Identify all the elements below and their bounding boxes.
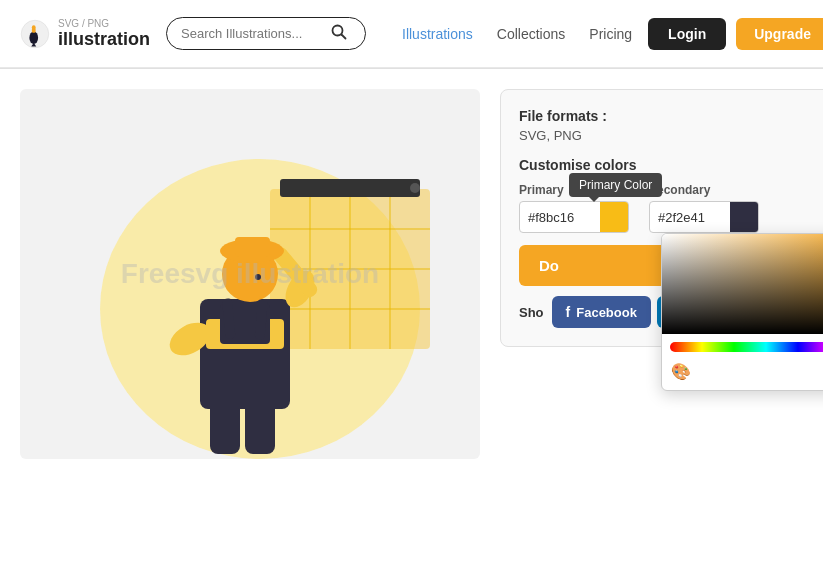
share-label: Sho — [519, 305, 544, 320]
facebook-label: Facebook — [576, 305, 637, 320]
primary-color-swatch[interactable] — [600, 202, 628, 232]
secondary-color-group: Secondary — [649, 183, 759, 233]
svg-point-26 — [255, 274, 261, 280]
nav-illustrations[interactable]: Illustrations — [402, 26, 473, 42]
file-formats-value: SVG, PNG — [519, 128, 823, 143]
login-button[interactable]: Login — [648, 18, 726, 50]
color-picker-popup[interactable]: 🎨 + — [661, 233, 823, 391]
facebook-icon: f — [566, 304, 571, 320]
right-panel: File formats : SVG, PNG Customise colors… — [500, 89, 823, 560]
svg-line-6 — [342, 35, 346, 39]
illustration-preview: Freesvg illustration — [20, 89, 480, 459]
facebook-button[interactable]: f Facebook — [552, 296, 651, 328]
logo-svg-png: SVG / PNG — [58, 18, 150, 29]
search-input[interactable] — [181, 26, 331, 41]
header: SVG / PNG illustration Illustrations Col… — [0, 0, 823, 68]
logo-icon — [20, 10, 50, 58]
customise-colors-label: Customise colors — [519, 157, 823, 173]
picker-bottom: 🎨 + — [662, 352, 823, 390]
search-icon — [331, 24, 347, 40]
svg-rect-25 — [235, 237, 270, 257]
secondary-label: Secondary — [649, 183, 759, 197]
nav-pricing[interactable]: Pricing — [589, 26, 632, 42]
primary-color-tooltip: Primary Color — [569, 173, 662, 197]
svg-point-1 — [29, 31, 38, 43]
logo-text: SVG / PNG illustration — [58, 18, 150, 50]
secondary-hex-input[interactable] — [650, 210, 730, 225]
illustration-svg — [20, 89, 480, 459]
primary-color-input-row[interactable] — [519, 201, 629, 233]
main-nav: Illustrations Collections Pricing — [402, 26, 632, 42]
primary-hex-input[interactable] — [520, 210, 600, 225]
nav-collections[interactable]: Collections — [497, 26, 565, 42]
search-bar[interactable] — [166, 17, 366, 50]
svg-point-16 — [410, 183, 420, 193]
main-content: Freesvg illustration File formats : SVG,… — [0, 69, 823, 580]
info-card: File formats : SVG, PNG Customise colors… — [500, 89, 823, 347]
header-actions: Login Upgrade — [648, 18, 823, 50]
logo-area: SVG / PNG illustration — [20, 10, 150, 58]
search-button[interactable] — [331, 24, 347, 43]
svg-point-4 — [32, 25, 36, 29]
eyedropper-button[interactable]: 🎨 — [670, 360, 692, 382]
color-row: Primary Secondary Primary Color — [519, 183, 823, 233]
secondary-color-input-row[interactable] — [649, 201, 759, 233]
picker-gradient[interactable] — [662, 234, 823, 334]
upgrade-button[interactable]: Upgrade — [736, 18, 823, 50]
file-formats-label: File formats : — [519, 108, 823, 124]
logo-illustration: illustration — [58, 29, 150, 50]
picker-rainbow[interactable] — [670, 342, 823, 352]
svg-rect-15 — [280, 179, 420, 197]
secondary-color-swatch[interactable] — [730, 202, 758, 232]
